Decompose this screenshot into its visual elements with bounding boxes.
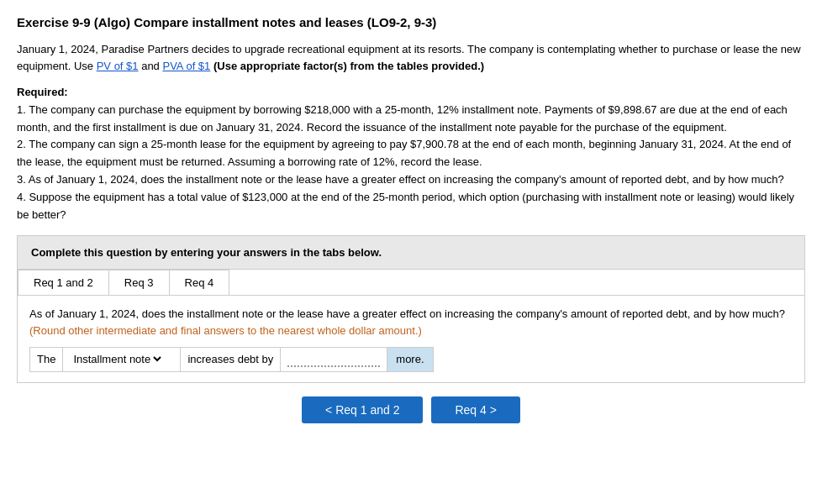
prev-button[interactable]: < Req 1 and 2 [302, 396, 423, 423]
page-title: Exercise 9-9 (Algo) Compare installment … [17, 15, 805, 29]
increases-debt-label: increases debt by [181, 348, 281, 371]
dropdown-installment[interactable]: Installment note Lease [63, 348, 181, 371]
nav-buttons: < Req 1 and 2 Req 4 > [17, 396, 805, 432]
answer-row: The Installment note Lease increases deb… [29, 347, 434, 372]
req1-text: 1. The company can purchase the equipmen… [17, 103, 788, 134]
req3-text: 3. As of January 1, 2024, does the insta… [17, 173, 784, 186]
the-label: The [30, 348, 63, 371]
tab-question-text: As of January 1, 2024, does the installm… [29, 306, 793, 339]
amount-input-cell[interactable] [281, 348, 387, 371]
required-section: Required: 1. The company can purchase th… [17, 84, 805, 223]
tabs-container: Req 1 and 2 Req 3 Req 4 As of January 1,… [17, 270, 805, 383]
intro-paragraph: January 1, 2024, Paradise Partners decid… [17, 41, 805, 74]
tab-content-req3: As of January 1, 2024, does the installm… [18, 296, 804, 382]
required-label: Required: [17, 86, 68, 98]
round-note: (Round other intermediate and final answ… [29, 324, 422, 337]
pva-link[interactable]: PVA of $1 [162, 60, 210, 72]
complete-box: Complete this question by entering your … [17, 235, 805, 270]
tab-req1and2[interactable]: Req 1 and 2 [18, 270, 109, 295]
tab-req4[interactable]: Req 4 [170, 270, 230, 295]
next-button[interactable]: Req 4 > [431, 396, 519, 423]
amount-input[interactable] [287, 353, 380, 367]
tab-req3[interactable]: Req 3 [109, 270, 170, 295]
req2-text: 2. The company can sign a 25-month lease… [17, 138, 791, 168]
tabs-row: Req 1 and 2 Req 3 Req 4 [18, 270, 804, 296]
more-label: more. [387, 348, 432, 371]
pv-link[interactable]: PV of $1 [97, 60, 139, 72]
req4-text: 4. Suppose the equipment has a total val… [17, 191, 794, 221]
